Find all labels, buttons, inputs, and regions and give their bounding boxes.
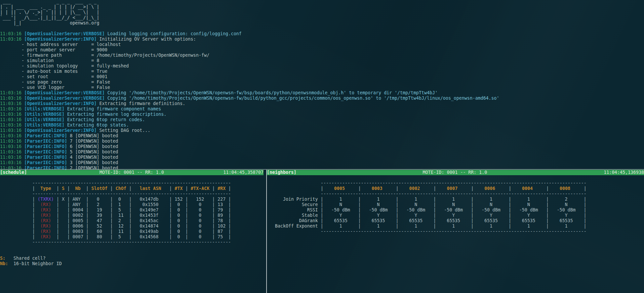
text-run-tag: [ParserIEC:INFO]	[24, 149, 67, 154]
text-run-tbl: -50 dBm	[398, 207, 433, 212]
log-line: 11:03:16 [Utils:VERBOSE] Extracting firm…	[0, 106, 161, 112]
text-run-i: - use page zero = False	[0, 80, 110, 85]
text-run-tbl: |	[67, 224, 70, 229]
text-run-tbl: |	[228, 224, 231, 229]
text-run-tbl: |	[471, 197, 474, 202]
text-run-i	[67, 149, 70, 154]
text-run-tbl: 1	[361, 197, 396, 202]
text-run-tbl: |	[321, 186, 323, 191]
text-run-tbl: |	[584, 186, 587, 191]
text-run-tbl: |	[110, 213, 113, 218]
text-run-tag: [Utils:VERBOSE]	[24, 123, 65, 128]
text-run-i: 8 [OPENWSN] booted	[70, 133, 118, 138]
text-run-i: 6 [OPENWSN] booted	[70, 144, 118, 149]
text-run-tbl: |	[32, 202, 35, 207]
text-run-i	[22, 144, 24, 149]
text-run-tag: [OpenVisualizerServer:INFO]	[24, 128, 97, 133]
text-run-tbl: 65535	[361, 218, 396, 223]
text-run-tbl: |	[67, 234, 70, 239]
text-run-i	[22, 96, 24, 101]
text-run-i	[22, 160, 24, 165]
text-run-tbl: 1	[511, 197, 546, 202]
schedule-statusbar-clock: 11:04:45,358707	[223, 170, 264, 175]
text-run-tbl: 0	[188, 234, 212, 239]
text-run-tag: [ParserIEC:INFO]	[24, 160, 67, 165]
text-run-tbl: |	[67, 218, 70, 223]
text-run-i	[67, 160, 70, 165]
text-run-tbl: |	[358, 224, 361, 229]
text-run-tbl: 0	[172, 207, 185, 212]
text-run-i: 3 [OPENWSN] booted	[70, 160, 118, 165]
text-run-hdr: Type	[35, 186, 56, 191]
text-run-tbl: 1	[398, 224, 433, 229]
text-run-tbl: 0002	[70, 213, 86, 218]
log-line: 11:03:16 [OpenVisualizerServer:VERBOSE] …	[0, 31, 242, 37]
text-run-bartext: MOTE-ID: 0001 -- RR: 1.0	[423, 170, 487, 175]
text-run-tbl: |	[67, 207, 70, 212]
text-run-tbl: |	[546, 186, 549, 191]
text-run-w: | | || . \/ ._>| ' || | | |\__ \| |	[0, 10, 99, 15]
text-run-tbl: |	[509, 218, 511, 223]
text-run-i	[22, 155, 24, 160]
text-run-tbl: |	[321, 218, 323, 223]
text-run-ts: 11:03:16	[0, 96, 22, 101]
pane-split-vertical-border[interactable]	[266, 170, 267, 293]
log-pane[interactable]: ___ _ _ _ ___ _ _ | . | ___ ___ ._ _ | |…	[0, 0, 644, 172]
neighbors-table-row: RSSI | -50 dBm | -50 dBm | -50 dBm | -50…	[267, 207, 587, 213]
schedule-pane[interactable]: ----------------------------------------…	[0, 175, 264, 293]
schedule-statusbar-title: [schedule]	[0, 170, 27, 175]
text-run-i	[22, 117, 24, 122]
text-run-rx: (RX)	[35, 202, 56, 207]
text-run-tbl: |	[86, 207, 89, 212]
text-run-rx: (RX)	[35, 213, 56, 218]
log-line: 11:03:16 [ParserIEC:INFO] 5 [OPENWSN] bo…	[0, 149, 118, 155]
log-line: 11:03:16 [ParserIEC:INFO] 3 [OPENWSN] bo…	[0, 160, 118, 165]
text-run-tbl: 0	[188, 224, 212, 229]
log-line: 11:03:16 [ParserIEC:INFO] 6 [OPENWSN] bo…	[0, 144, 118, 149]
schedule-table-header: | Type | S | Nb | SlotOf | ChOf | last A…	[32, 186, 231, 191]
text-run-tbl: |	[228, 234, 231, 239]
text-run-tbl: 0	[188, 207, 212, 212]
text-run-i	[65, 112, 67, 117]
schedule-legend-s: S: Shared cell?	[0, 256, 46, 261]
neighbors-pane[interactable]: ----------------------------------------…	[267, 175, 644, 293]
text-run-v: Extracting 6top states.	[67, 123, 129, 128]
text-run-tbl: |	[32, 197, 35, 202]
text-run-i	[22, 128, 24, 133]
text-run-tbl: |	[56, 213, 59, 218]
text-run-tbl: |	[358, 186, 361, 191]
text-run-tbl: 0	[172, 229, 185, 234]
neighbors-table-row: Join Priority | 1 | 1 | 1 | 1 | 1 | 1 | …	[267, 197, 587, 202]
text-run-tbl	[59, 207, 67, 212]
text-run-tbl: 0x147db	[132, 197, 169, 202]
text-run-i: 4 [OPENWSN] booted	[70, 155, 118, 160]
text-run-i	[22, 37, 24, 42]
text-run-i	[22, 112, 24, 117]
log-line: 11:03:16 [ParserIEC:INFO] 7 [OPENWSN] bo…	[0, 139, 118, 144]
text-run-tbl: 152	[172, 197, 185, 202]
text-run-tbl: 1	[361, 224, 396, 229]
text-run-tbl: 2	[113, 218, 129, 223]
text-run-i: - firmware path = /home/timothy/Projects…	[0, 53, 209, 58]
banner-line: |_| openwsn.org	[0, 20, 99, 26]
text-run-hdr: ChOf	[113, 186, 129, 191]
text-run-tbl: 102	[215, 224, 228, 229]
text-run-tbl: |	[471, 218, 474, 223]
text-run-tbl: |	[321, 207, 323, 212]
text-run-tag: [ParserIEC:INFO]	[24, 155, 67, 160]
text-run-tbl: Y	[436, 213, 471, 218]
text-run-rx: (RX)	[35, 234, 56, 239]
text-run-tbl: 1	[549, 224, 584, 229]
text-run-i	[22, 133, 24, 138]
text-run-tbl: 65535	[474, 218, 509, 223]
log-line: 11:03:16 [Utils:VERBOSE] Extracting 6top…	[0, 117, 145, 123]
text-run-tbl: |	[228, 207, 231, 212]
text-run-tbl: |	[32, 207, 35, 212]
text-run-tbl: 1	[436, 197, 471, 202]
text-run-tbl: |	[228, 202, 231, 207]
text-run-tbl: N	[436, 202, 471, 207]
text-run-tbl: |	[321, 197, 323, 202]
text-run-rx: (RX)	[35, 207, 56, 212]
text-run-tbl: Y	[323, 213, 358, 218]
text-run-tbl: ----------------------------------------…	[321, 181, 587, 186]
